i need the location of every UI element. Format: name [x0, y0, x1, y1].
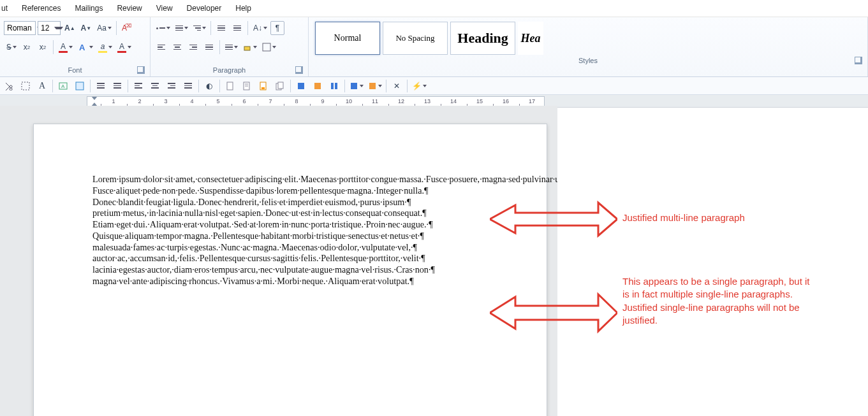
- menu-item-layout[interactable]: ut: [1, 3, 14, 14]
- horizontal-ruler[interactable]: 1234567891011121314151617: [87, 96, 545, 106]
- align-left-button[interactable]: [154, 40, 168, 54]
- qb-indent-left-button[interactable]: [93, 79, 108, 93]
- qb-selectall-button[interactable]: [18, 79, 33, 93]
- style-heading2-partial[interactable]: Hea: [518, 22, 543, 55]
- menu-item-help[interactable]: Help: [229, 3, 258, 14]
- justify-button[interactable]: [202, 40, 216, 54]
- svg-text:A: A: [61, 83, 65, 89]
- qb-cut-button[interactable]: [1, 79, 17, 93]
- shrink-font-button[interactable]: A▼: [79, 21, 94, 35]
- paragraph-single-line[interactable]: Etiam·eget·dui.·Aliquam·erat·volutpat.·S…: [92, 219, 512, 231]
- shading-button[interactable]: [241, 40, 258, 54]
- qb-textbox-button[interactable]: A: [55, 79, 71, 93]
- text-effects-button[interactable]: A: [76, 40, 94, 54]
- sort-button[interactable]: A↓: [251, 21, 268, 35]
- qb-orange2-button[interactable]: [366, 79, 383, 93]
- styles-group-label: Styles: [313, 55, 864, 67]
- qb-align-right-button[interactable]: [164, 79, 179, 93]
- numbering-button[interactable]: [173, 21, 189, 35]
- line-spacing-button[interactable]: [223, 40, 239, 54]
- ruler-number: 17: [529, 98, 535, 104]
- grow-font-button[interactable]: A▲: [63, 21, 77, 35]
- font-family-combo[interactable]: Roman: [4, 21, 36, 35]
- qb-lightning-button[interactable]: ⚡: [410, 79, 428, 93]
- paragraph-single-line[interactable]: auctor·ac,·accumsan·id,·felis.·Pellentes…: [92, 253, 512, 264]
- align-right-button[interactable]: [186, 40, 200, 54]
- svg-marker-21: [490, 203, 617, 236]
- increase-indent-button[interactable]: [230, 21, 244, 35]
- qb-frame-button[interactable]: [72, 79, 87, 93]
- ruler-number: 15: [476, 98, 483, 104]
- svg-rect-7: [227, 82, 233, 90]
- qb-blue3-button[interactable]: [348, 79, 365, 93]
- menu-item-review[interactable]: Review: [110, 3, 148, 14]
- separator: [407, 80, 408, 92]
- highlight-button[interactable]: a: [96, 40, 114, 54]
- qb-newpage-button[interactable]: [223, 79, 238, 93]
- strikethrough-button[interactable]: S̶: [4, 40, 18, 54]
- qb-align-center-button[interactable]: [147, 79, 163, 93]
- paragraph-justified[interactable]: Lorem·ipsum·dolor·sit·amet,·consectetuer…: [92, 174, 512, 185]
- annotation-text-2: This appears to be a single paragraph, b…: [622, 275, 814, 327]
- svg-rect-19: [351, 83, 357, 89]
- qb-blue1-button[interactable]: [293, 79, 309, 93]
- qb-align-left-button[interactable]: [131, 79, 146, 93]
- paragraph-single-line[interactable]: Quisque·aliquam·tempor·magna.·Pellentesq…: [92, 231, 512, 242]
- multilevel-list-button[interactable]: [191, 21, 207, 35]
- separator: [128, 80, 128, 92]
- separator: [198, 80, 199, 92]
- char-shading-button[interactable]: A: [115, 40, 133, 54]
- paragraph-single-line[interactable]: Donec·blandit·feugiat·ligula.·Donec·hend…: [92, 197, 512, 208]
- qb-page2-button[interactable]: [239, 79, 254, 93]
- decrease-indent-button[interactable]: [214, 21, 228, 35]
- style-heading[interactable]: Heading: [450, 22, 515, 55]
- page-lines-icon: [243, 82, 251, 90]
- show-hide-marks-button[interactable]: ¶: [270, 21, 284, 35]
- style-normal[interactable]: Normal: [315, 22, 380, 55]
- paragraph-single-line[interactable]: malesuada·fames·ac·turpis·egestas.·Nunc·…: [92, 242, 512, 254]
- qb-justify-button[interactable]: [180, 79, 196, 93]
- align-center-button[interactable]: [170, 40, 184, 54]
- separator: [219, 40, 220, 54]
- qb-page-copy-button[interactable]: [272, 79, 288, 93]
- font-color-button[interactable]: A: [57, 40, 74, 54]
- bullets-button[interactable]: [154, 21, 172, 35]
- frame-icon: [75, 82, 84, 90]
- document-page[interactable]: Lorem·ipsum·dolor·sit·amet,·consectetuer…: [33, 124, 547, 416]
- qb-page-orange-button[interactable]: [256, 79, 271, 93]
- qb-font-a-button[interactable]: A: [34, 79, 50, 93]
- styles-gallery[interactable]: Normal No Spacing Heading Hea: [313, 20, 864, 55]
- paragraph-single-line[interactable]: lacinia·egestas·auctor,·diam·eros·tempus…: [92, 264, 512, 276]
- paint-bucket-icon: [243, 43, 252, 52]
- superscript-button[interactable]: x2: [36, 40, 50, 54]
- qb-toggle-button[interactable]: ◐: [202, 79, 217, 93]
- ruler-number: 10: [346, 98, 352, 104]
- paragraph-single-line[interactable]: magna·vel·ante·adipiscing·rhoncus.·Vivam…: [92, 276, 512, 287]
- qb-close-button[interactable]: ✕: [389, 79, 404, 93]
- menu-item-view[interactable]: View: [150, 3, 179, 14]
- separator: [53, 40, 54, 54]
- font-size-combo[interactable]: 12: [38, 21, 61, 35]
- ruler-number: 2: [138, 98, 141, 104]
- annotation-arrow-2: [490, 290, 617, 335]
- separator: [290, 80, 291, 92]
- qb-blue2-button[interactable]: [327, 79, 342, 93]
- menu-item-developer[interactable]: Developer: [180, 3, 228, 14]
- menu-item-mailings[interactable]: Mailings: [68, 3, 109, 14]
- scissors-icon: [4, 82, 13, 90]
- qb-orange1-button[interactable]: [310, 79, 325, 93]
- subscript-button[interactable]: x2: [20, 40, 34, 54]
- paragraph-single-line[interactable]: Fusce·aliquet·pede·non·pede.·Suspendisse…: [92, 185, 512, 197]
- style-no-spacing[interactable]: No Spacing: [383, 22, 448, 55]
- box-blue-icon: [297, 82, 305, 90]
- change-case-button[interactable]: Aa: [95, 21, 113, 35]
- menu-item-references[interactable]: References: [15, 3, 67, 14]
- ribbon-group-font: Roman 12 A▲ A▼ Aa A⌫ S̶ x2 x2 A: [0, 17, 151, 76]
- separator: [90, 80, 91, 92]
- select-icon: [21, 82, 30, 90]
- clear-formatting-button[interactable]: A⌫: [120, 21, 136, 35]
- qb-indent-right-button[interactable]: [110, 79, 125, 93]
- borders-button[interactable]: [260, 40, 277, 54]
- first-line-indent-marker[interactable]: [91, 96, 98, 100]
- paragraph-single-line[interactable]: pretium·metus,·in·lacinia·nulla·nisl·ege…: [92, 208, 512, 219]
